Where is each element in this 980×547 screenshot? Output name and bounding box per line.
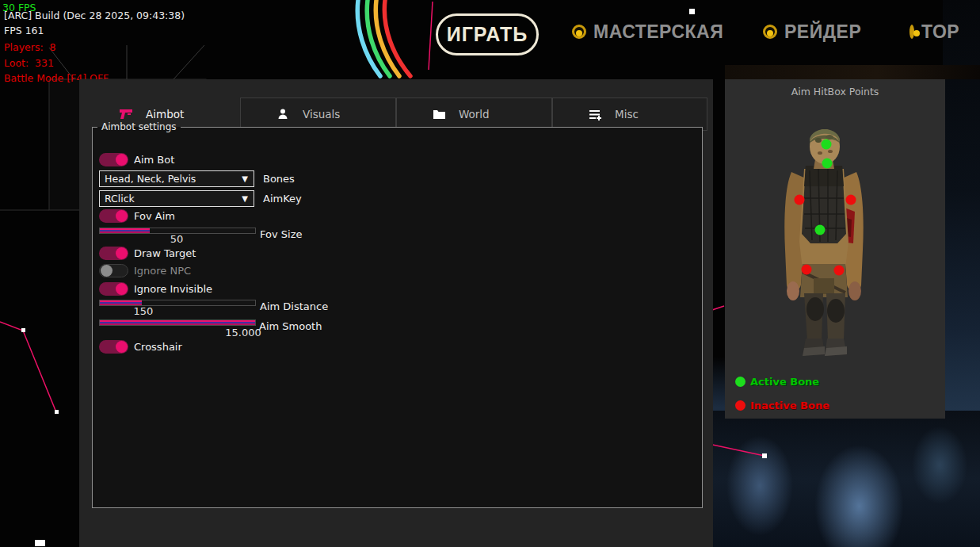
- ignore-npc-label: Ignore NPC: [134, 265, 191, 277]
- fov-size-label: Fov Size: [260, 228, 302, 240]
- bone-point-left-leg[interactable]: [802, 265, 812, 275]
- bone-point-left-arm[interactable]: [795, 195, 805, 205]
- menu-item-label: РЕЙДЕР: [784, 21, 861, 43]
- coin-icon: [909, 25, 914, 39]
- bone-point-neck[interactable]: [822, 159, 833, 169]
- bone-point-right-arm[interactable]: [846, 195, 856, 205]
- bone-point-head[interactable]: [822, 140, 832, 150]
- playlist-add-icon: [588, 107, 602, 121]
- bones-select[interactable]: Head, Neck, Pelvis ▼: [99, 170, 254, 187]
- hitbox-points-layer: [725, 79, 945, 419]
- aim-bot-toggle[interactable]: [99, 153, 128, 166]
- folder-icon: [432, 107, 446, 121]
- hud-build: [ARC] Build (Dec 28 2025, 09:43:38): [4, 10, 185, 21]
- play-button[interactable]: ИГРАТЬ: [436, 13, 539, 55]
- menu-item-raider[interactable]: РЕЙДЕР: [763, 21, 861, 42]
- inactive-bone-dot-icon: [735, 400, 745, 411]
- bones-label: Bones: [263, 173, 295, 185]
- tab-label: World: [459, 108, 490, 120]
- active-bone-dot-icon: [735, 377, 745, 387]
- tab-label: Aimbot: [146, 108, 184, 120]
- crosshair-label: Crosshair: [134, 341, 182, 353]
- aimkey-select-value: RClick: [105, 193, 242, 205]
- game-world-bottom: [711, 411, 980, 547]
- aimkey-select[interactable]: RClick ▼: [99, 190, 254, 207]
- draw-target-label: Draw Target: [134, 247, 196, 259]
- tab-label: Visuals: [303, 108, 340, 120]
- bone-point-right-leg[interactable]: [834, 266, 845, 276]
- fov-aim-label: Fov Aim: [134, 210, 175, 222]
- hud-players: Players: 8: [4, 41, 56, 53]
- aim-smooth-label: Aim Smooth: [259, 320, 322, 332]
- fov-aim-toggle[interactable]: [99, 209, 128, 223]
- person-icon: [276, 107, 290, 121]
- coin-icon: [572, 25, 586, 39]
- legend-label: Active Bone: [750, 376, 819, 388]
- chevron-down-icon: ▼: [242, 174, 248, 183]
- aimbot-settings-groupbox: Aimbot settings Aim Bot Head, Neck, Pelv…: [92, 121, 703, 508]
- game-world-strip: [725, 65, 980, 79]
- groupbox-title: Aimbot settings: [97, 121, 181, 132]
- menu-item-label: МАСТЕРСКАЯ: [593, 21, 723, 43]
- bone-point-pelvis[interactable]: [815, 225, 826, 235]
- menu-item-label: ТОРГО: [921, 21, 959, 42]
- bones-select-value: Head, Neck, Pelvis: [105, 173, 242, 185]
- aim-distance-label: Aim Distance: [260, 300, 328, 312]
- ignore-invisible-label: Ignore Invisible: [134, 283, 212, 295]
- legend-label: Inactive Bone: [750, 400, 829, 411]
- chevron-down-icon: ▼: [242, 194, 248, 203]
- crosshair-toggle[interactable]: [99, 340, 128, 354]
- menu-item-workshop[interactable]: МАСТЕРСКАЯ: [572, 21, 723, 42]
- legend-active-bone: Active Bone: [735, 376, 819, 388]
- game-screen: 30 FPS [ARC] Build (Dec 28 2025, 09:43:3…: [0, 0, 980, 547]
- aim-distance-value: 150: [120, 305, 167, 317]
- menu-item-trader[interactable]: ТОРГО: [909, 21, 959, 42]
- ignore-npc-toggle[interactable]: [99, 264, 128, 277]
- draw-target-toggle[interactable]: [99, 247, 128, 260]
- hitbox-panel: Aim HitBox Points: [725, 79, 945, 419]
- gun-icon: [119, 107, 133, 121]
- tab-label: Misc: [615, 108, 639, 120]
- ignore-invisible-toggle[interactable]: [99, 282, 128, 296]
- hud-loot: Loot: 331: [4, 57, 54, 69]
- hud-fps: FPS 161: [4, 25, 44, 36]
- aim-smooth-slider[interactable]: [99, 319, 256, 326]
- rainbow-neon-sign: [349, 0, 444, 79]
- legend-inactive-bone: Inactive Bone: [735, 400, 829, 411]
- aim-bot-label: Aim Bot: [134, 154, 174, 166]
- fov-size-value: 50: [153, 233, 200, 245]
- aim-smooth-value: 15.000: [219, 327, 267, 339]
- aimkey-label: AimKey: [263, 193, 302, 205]
- coin-icon: [763, 25, 777, 39]
